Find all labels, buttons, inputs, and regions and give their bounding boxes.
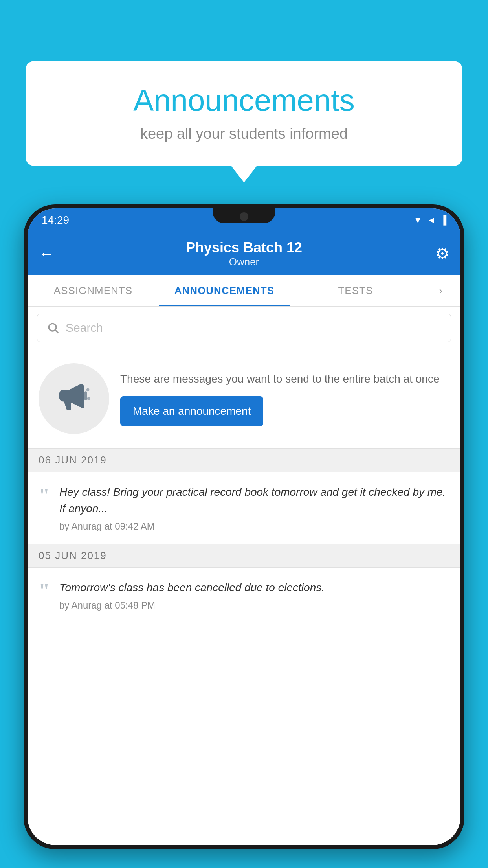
tab-more[interactable]: › bbox=[421, 275, 460, 306]
bubble-title: Announcements bbox=[49, 83, 439, 118]
camera bbox=[240, 212, 248, 221]
date-separator-2: 05 JUN 2019 bbox=[28, 544, 460, 568]
tab-announcements[interactable]: ANNOUNCEMENTS bbox=[159, 275, 290, 306]
svg-point-3 bbox=[87, 397, 90, 400]
date-separator-1: 06 JUN 2019 bbox=[28, 449, 460, 472]
announcement-meta-2: by Anurag at 05:48 PM bbox=[59, 600, 449, 611]
status-icons: ▼ ◄ ▐ bbox=[414, 215, 446, 225]
app-bar-title-container: Physics Batch 12 Owner bbox=[28, 239, 460, 268]
wifi-icon: ▼ bbox=[414, 215, 422, 225]
announcement-item-2[interactable]: " Tomorrow's class has been cancelled du… bbox=[28, 568, 460, 623]
make-announcement-button[interactable]: Make an announcement bbox=[120, 396, 263, 426]
megaphone-circle bbox=[39, 363, 109, 434]
tabs-bar: ASSIGNMENTS ANNOUNCEMENTS TESTS › bbox=[28, 275, 460, 307]
phone-screen: 14:29 ▼ ◄ ▐ ← Physics Batch 12 Owner ⚙ A… bbox=[28, 208, 460, 845]
announcement-item-1[interactable]: " Hey class! Bring your practical record… bbox=[28, 472, 460, 544]
search-placeholder: Search bbox=[66, 321, 103, 335]
battery-icon: ▐ bbox=[440, 215, 446, 225]
announcement-meta-1: by Anurag at 09:42 AM bbox=[59, 521, 449, 532]
search-container: Search bbox=[28, 307, 460, 349]
app-bar: ← Physics Batch 12 Owner ⚙ bbox=[28, 232, 460, 275]
announcement-content-1: Hey class! Bring your practical record b… bbox=[59, 484, 449, 532]
svg-line-1 bbox=[55, 330, 58, 333]
empty-state: These are messages you want to send to t… bbox=[28, 349, 460, 449]
phone-notch bbox=[213, 208, 275, 223]
svg-point-0 bbox=[49, 324, 56, 331]
quote-icon-2: " bbox=[39, 581, 50, 601]
phone-body: 14:29 ▼ ◄ ▐ ← Physics Batch 12 Owner ⚙ A… bbox=[24, 204, 464, 849]
tab-assignments[interactable]: ASSIGNMENTS bbox=[28, 275, 159, 306]
app-bar-subtitle: Owner bbox=[28, 256, 460, 268]
signal-icon: ◄ bbox=[427, 215, 436, 225]
speech-bubble-container: Announcements keep all your students inf… bbox=[26, 61, 462, 166]
app-bar-title: Physics Batch 12 bbox=[28, 239, 460, 256]
svg-point-2 bbox=[86, 388, 90, 392]
announcement-message-2: Tomorrow's class has been cancelled due … bbox=[59, 579, 449, 596]
search-bar[interactable]: Search bbox=[37, 314, 451, 342]
phone-container: 14:29 ▼ ◄ ▐ ← Physics Batch 12 Owner ⚙ A… bbox=[24, 204, 464, 868]
announcement-content-2: Tomorrow's class has been cancelled due … bbox=[59, 579, 449, 611]
speech-bubble: Announcements keep all your students inf… bbox=[26, 61, 462, 166]
empty-state-text: These are messages you want to send to t… bbox=[120, 371, 449, 426]
status-time: 14:29 bbox=[42, 214, 69, 226]
settings-icon[interactable]: ⚙ bbox=[435, 245, 449, 263]
quote-icon-1: " bbox=[39, 485, 50, 506]
empty-description: These are messages you want to send to t… bbox=[120, 371, 449, 386]
megaphone-icon bbox=[56, 381, 92, 416]
bubble-subtitle: keep all your students informed bbox=[49, 125, 439, 142]
search-icon bbox=[47, 322, 59, 334]
tab-tests[interactable]: TESTS bbox=[290, 275, 421, 306]
announcement-message-1: Hey class! Bring your practical record b… bbox=[59, 484, 449, 517]
